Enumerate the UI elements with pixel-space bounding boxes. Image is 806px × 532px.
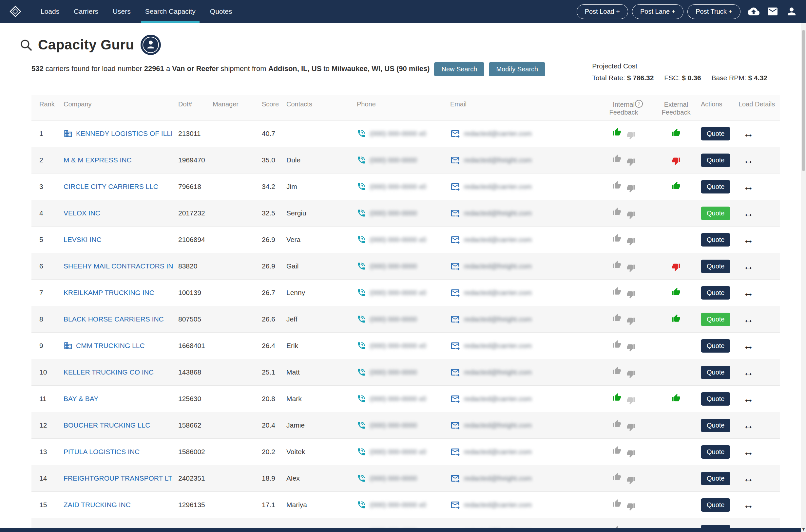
quote-button[interactable]: Quote [701,207,730,220]
quote-button[interactable]: Quote [701,233,730,247]
company-link[interactable]: M & M EXPRESS INC [63,156,132,164]
email-link[interactable]: redacted@freight.com [450,367,591,377]
thumb-down-internal-icon[interactable] [626,502,635,511]
scrollbar-thumb[interactable] [802,30,805,171]
thumb-up-internal-icon[interactable] [612,472,621,481]
post-lane-button[interactable]: Post Lane + [632,4,683,19]
quote-button[interactable]: Quote [701,472,730,485]
thumb-up-internal-icon[interactable] [612,128,621,136]
email-link[interactable]: redacted@freight.com [450,155,591,165]
quote-button[interactable]: Quote [701,180,730,193]
help-icon[interactable]: ? [635,100,643,108]
quote-button[interactable]: Quote [701,339,730,353]
company-link[interactable]: KELLER TRUCKING CO INC [63,368,154,376]
nav-item-search-capacity[interactable]: Search Capacity [138,0,203,23]
thumb-up-internal-icon[interactable] [612,366,621,375]
company-link[interactable]: PITULA LOGISTICS INC [63,448,140,456]
thumb-up-internal-icon[interactable] [612,340,621,349]
company-link[interactable]: BOUCHER TRUCKING LLC [63,421,150,429]
company-link[interactable]: CMM TRUCKING LLC [76,342,145,350]
phone-link[interactable]: (000) 000-0000 [357,474,445,483]
thumb-down-internal-icon[interactable] [626,264,635,272]
load-details-icon[interactable]: ↔ [738,366,754,378]
load-details-icon[interactable]: ↔ [738,234,754,246]
company-link[interactable]: BAY & BAY [63,395,98,403]
phone-link[interactable]: (000) 000-0000 x0 [357,129,445,138]
post-load-button[interactable]: Post Load + [576,4,628,19]
thumb-down-internal-icon[interactable] [626,476,635,484]
load-details-icon[interactable]: ↔ [738,340,754,352]
thumb-up-internal-icon[interactable] [612,207,621,216]
thumb-down-internal-icon[interactable] [626,343,635,352]
thumb-up-internal-icon[interactable] [612,499,621,508]
thumb-down-internal-icon[interactable] [626,369,635,378]
email-link[interactable]: redacted@carrier.com [450,447,591,457]
phone-link[interactable]: (000) 000-0000 [357,315,445,324]
nav-item-quotes[interactable]: Quotes [203,0,239,23]
phone-link[interactable]: (000) 000-0000 [357,421,445,430]
load-details-icon[interactable]: ↔ [738,419,754,432]
load-details-icon[interactable]: ↔ [738,313,754,325]
new-search-button[interactable]: New Search [434,62,484,76]
email-link[interactable]: redacted@freight.com [450,261,591,271]
phone-link[interactable]: (000) 000-0000 x0 [357,447,445,456]
load-details-icon[interactable]: ↔ [738,207,754,219]
post-truck-button[interactable]: Post Truck + [688,4,740,19]
quote-button[interactable]: Quote [701,366,730,379]
company-link[interactable]: FREIGHTGROUP TRANSPORT LTD [63,474,173,482]
nav-item-loads[interactable]: Loads [33,0,67,23]
quote-button[interactable]: Quote [701,154,730,167]
phone-link[interactable]: (000) 000-0000 [357,209,445,218]
quote-button[interactable]: Quote [701,127,730,140]
thumb-down-internal-icon[interactable] [626,449,635,458]
quote-button[interactable]: Quote [701,419,730,432]
quote-button[interactable]: Quote [701,313,730,326]
load-details-icon[interactable]: ↔ [738,287,754,299]
thumb-down-internal-icon[interactable] [626,237,635,246]
load-details-icon[interactable]: ↔ [738,181,754,193]
phone-link[interactable]: (000) 000-0000 x0 [357,288,445,297]
load-details-icon[interactable]: ↔ [738,154,754,166]
modify-search-button[interactable]: Modify Search [489,62,545,76]
thumb-up-internal-icon[interactable] [612,419,621,428]
phone-link[interactable]: (000) 000-0000 x0 [357,235,445,244]
thumb-down-internal-icon[interactable] [626,396,635,405]
quote-button[interactable]: Quote [701,392,730,406]
thumb-down-internal-icon[interactable] [626,423,635,432]
load-details-icon[interactable]: ↔ [738,393,754,405]
thumb-up-internal-icon[interactable] [612,260,621,269]
thumb-up-internal-icon[interactable] [612,313,621,322]
company-link[interactable]: VELOX INC [63,209,100,217]
phone-link[interactable]: (000) 000-0000 [357,368,445,377]
scrollbar[interactable]: ▼ [801,23,806,532]
thumb-up-internal-icon[interactable] [612,181,621,190]
thumb-up-internal-icon[interactable] [612,234,621,243]
phone-link[interactable]: (000) 000-0000 x0 [357,341,445,350]
email-link[interactable]: redacted@carrier.com [450,341,591,350]
email-link[interactable]: redacted@carrier.com [450,235,591,245]
company-link[interactable]: KENNEDY LOGISTICS OF ILLINOIS [76,130,173,137]
upload-icon[interactable] [748,5,759,17]
quote-button[interactable]: Quote [701,260,730,273]
thumb-up-internal-icon[interactable] [612,393,621,402]
quote-button[interactable]: Quote [701,445,730,459]
phone-link[interactable]: (000) 000-0000 x0 [357,182,445,191]
thumb-up-internal-icon[interactable] [612,287,621,296]
mail-icon[interactable] [767,5,778,17]
thumb-down-internal-icon[interactable] [626,184,635,193]
phone-link[interactable]: (000) 000-0000 x0 [357,500,445,509]
quote-button[interactable]: Quote [701,286,730,300]
email-link[interactable]: redacted@freight.com [450,208,591,218]
nav-item-users[interactable]: Users [106,0,138,23]
thumb-down-internal-icon[interactable] [626,317,635,325]
thumb-down-internal-icon[interactable] [626,210,635,219]
email-link[interactable]: redacted@carrier.com [450,500,591,510]
load-details-icon[interactable]: ↔ [738,260,754,272]
phone-link[interactable]: (000) 000-0000 x0 [357,394,445,403]
thumb-up-internal-icon[interactable] [612,154,621,163]
user-icon[interactable] [786,5,798,17]
company-link[interactable]: CIRCLE CITY CARRIERS LLC [63,183,158,191]
company-link[interactable]: SHEEHY MAIL CONTRACTORS INC [63,262,173,270]
company-link[interactable]: ZAID TRUCKING INC [63,501,131,509]
company-link[interactable]: KREILKAMP TRUCKING INC [63,289,154,297]
